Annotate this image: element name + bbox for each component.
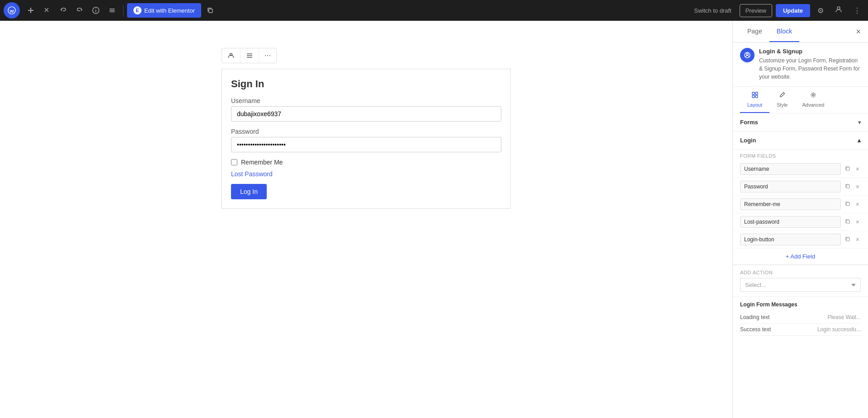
field-password-input[interactable] bbox=[740, 181, 841, 193]
username-input[interactable] bbox=[231, 106, 501, 122]
sub-tab-style-label: Style bbox=[777, 102, 788, 108]
field-username-input[interactable] bbox=[740, 163, 841, 175]
field-remember-me-input[interactable] bbox=[740, 198, 841, 210]
svg-rect-21 bbox=[755, 95, 758, 98]
block-person-icon-button[interactable] bbox=[222, 48, 241, 63]
svg-rect-3 bbox=[28, 10, 33, 11]
edit-with-elementor-button[interactable]: E Edit with Elementor bbox=[127, 3, 201, 18]
tab-block[interactable]: Block bbox=[769, 21, 799, 42]
login-section: Login ▴ Form Fields × × bbox=[733, 132, 868, 265]
field-username-remove-button[interactable]: × bbox=[854, 164, 861, 174]
lost-password-link[interactable]: Lost Password bbox=[231, 170, 501, 178]
field-remember-remove-button[interactable]: × bbox=[854, 199, 861, 209]
field-login-button-copy-button[interactable] bbox=[844, 235, 852, 244]
svg-rect-26 bbox=[846, 220, 849, 223]
sub-tabs: Layout Style Advanced bbox=[733, 87, 868, 113]
svg-point-22 bbox=[812, 94, 814, 96]
svg-rect-15 bbox=[247, 57, 252, 58]
field-lost-password-input[interactable] bbox=[740, 216, 841, 228]
forms-section-label: Forms bbox=[740, 119, 758, 126]
svg-rect-24 bbox=[846, 185, 849, 188]
redo-button[interactable] bbox=[72, 4, 87, 17]
svg-point-11 bbox=[837, 7, 840, 9]
panel-close-button[interactable]: × bbox=[856, 28, 861, 36]
svg-rect-8 bbox=[109, 10, 115, 11]
document-overview-button[interactable] bbox=[105, 4, 119, 17]
plugin-title: Login & Signup bbox=[759, 48, 861, 55]
field-username-copy-button[interactable] bbox=[844, 164, 852, 174]
sub-tab-style[interactable]: Style bbox=[769, 87, 795, 113]
svg-rect-9 bbox=[109, 12, 115, 13]
add-block-button[interactable] bbox=[24, 4, 38, 17]
wp-logo-icon[interactable]: W bbox=[4, 2, 20, 19]
panel-content: Forms ▾ Login ▴ Form Fields × bbox=[733, 113, 868, 418]
main-toolbar: W E Edit with Elementor Switch to draft … bbox=[0, 0, 868, 21]
add-field-button[interactable]: + Add Field bbox=[733, 249, 868, 265]
elementor-icon: E bbox=[133, 6, 142, 14]
svg-text:W: W bbox=[10, 9, 14, 14]
loading-text-value: Please Wait... bbox=[827, 314, 861, 320]
tools-button[interactable] bbox=[40, 4, 54, 17]
login-section-label: Login bbox=[740, 137, 756, 144]
field-lost-password-copy-button[interactable] bbox=[844, 217, 852, 227]
form-title: Sign In bbox=[231, 78, 501, 90]
sub-tab-layout-label: Layout bbox=[747, 102, 762, 108]
remember-me-checkbox[interactable] bbox=[231, 159, 237, 165]
right-panel: Page Block × Login & Signup Customize yo… bbox=[732, 21, 868, 418]
forms-section-header[interactable]: Forms ▾ bbox=[733, 113, 868, 131]
svg-rect-18 bbox=[752, 92, 755, 94]
update-button[interactable]: Update bbox=[776, 4, 810, 17]
undo-button[interactable] bbox=[56, 4, 71, 17]
login-chevron-icon: ▴ bbox=[858, 137, 861, 144]
plugin-description: Customize your Login Form, Registration … bbox=[759, 56, 861, 81]
password-input[interactable] bbox=[231, 137, 501, 152]
sub-tab-advanced[interactable]: Advanced bbox=[795, 87, 832, 113]
preview-button[interactable]: Preview bbox=[740, 4, 772, 17]
action-select[interactable]: Select... bbox=[740, 278, 861, 292]
field-row-remember-me: × bbox=[733, 196, 868, 213]
settings-button[interactable]: ⚙ bbox=[814, 4, 827, 18]
forms-section: Forms ▾ bbox=[733, 113, 868, 132]
svg-rect-25 bbox=[846, 202, 849, 206]
block-layout-icon-button[interactable] bbox=[241, 48, 259, 63]
form-fields-label: Form Fields bbox=[733, 150, 868, 160]
username-label: Username bbox=[231, 97, 501, 104]
field-remember-copy-button[interactable] bbox=[844, 199, 852, 209]
block-wrapper: ⋯ Sign In Username Password Remember Me … bbox=[222, 48, 511, 209]
tab-page[interactable]: Page bbox=[740, 21, 769, 42]
field-lost-password-remove-button[interactable]: × bbox=[854, 217, 861, 227]
info-button[interactable] bbox=[89, 4, 103, 17]
login-section-header[interactable]: Login ▴ bbox=[733, 132, 868, 150]
field-login-button-input[interactable] bbox=[740, 234, 841, 245]
block-toolbar: ⋯ bbox=[222, 48, 277, 63]
user-button[interactable] bbox=[831, 3, 846, 18]
login-button[interactable]: Log In bbox=[231, 184, 267, 199]
svg-rect-23 bbox=[846, 167, 849, 170]
advanced-icon bbox=[810, 91, 817, 100]
plugin-info-text: Login & Signup Customize your Login Form… bbox=[759, 48, 861, 81]
switch-to-draft-button[interactable]: Switch to draft bbox=[689, 5, 736, 17]
svg-rect-5 bbox=[95, 10, 96, 12]
field-password-copy-button[interactable] bbox=[844, 182, 852, 192]
login-form-messages-title: Login Form Messages bbox=[740, 301, 861, 308]
sub-tab-layout[interactable]: Layout bbox=[740, 87, 769, 113]
login-form: Sign In Username Password Remember Me Lo… bbox=[222, 69, 511, 209]
login-form-messages-section: Login Form Messages Loading text Please … bbox=[733, 297, 868, 340]
field-row-login-button: × bbox=[733, 231, 868, 249]
field-password-remove-button[interactable]: × bbox=[854, 182, 861, 192]
password-label: Password bbox=[231, 128, 501, 135]
copy-button[interactable] bbox=[203, 4, 217, 17]
block-more-icon-button[interactable]: ⋯ bbox=[259, 48, 276, 63]
sub-tab-advanced-label: Advanced bbox=[802, 102, 825, 108]
svg-point-17 bbox=[746, 53, 748, 55]
remember-me-row: Remember Me bbox=[231, 159, 501, 166]
more-options-button[interactable]: ⋮ bbox=[850, 4, 864, 18]
svg-rect-19 bbox=[755, 92, 758, 94]
loading-text-row: Loading text Please Wait... bbox=[740, 311, 861, 324]
editor-area: ⋯ Sign In Username Password Remember Me … bbox=[0, 21, 732, 418]
loading-text-label: Loading text bbox=[740, 314, 769, 320]
svg-rect-13 bbox=[247, 54, 252, 55]
field-login-button-remove-button[interactable]: × bbox=[854, 235, 861, 244]
style-icon bbox=[778, 91, 786, 100]
success-text-label: Success text bbox=[740, 326, 771, 333]
